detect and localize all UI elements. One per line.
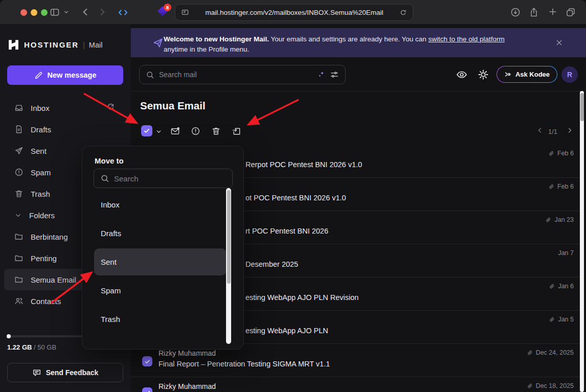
- forward-button[interactable]: [97, 7, 107, 17]
- browser-toolbar: 8 mail.hostinger.com/v2/mailboxes/INBOX.…: [0, 0, 586, 25]
- new-tab-icon[interactable]: [548, 7, 557, 16]
- window-close-button[interactable]: [20, 9, 27, 16]
- search-mail-input[interactable]: [159, 71, 312, 79]
- settings-gear-icon[interactable]: [477, 68, 489, 81]
- sidebar-item-drafts[interactable]: Drafts: [4, 119, 127, 140]
- header-divider: [131, 91, 586, 91]
- list-scrollbar-thumb[interactable]: [580, 93, 584, 121]
- attachment-icon: [527, 350, 533, 356]
- sidebar-item-label: Drafts: [31, 125, 51, 134]
- ask-kodee-button[interactable]: Ask Kodee: [497, 66, 557, 83]
- popup-item-spam[interactable]: Spam: [88, 276, 233, 305]
- email-date: Jan 6: [558, 283, 574, 290]
- email-sender: Rizky Muhammad: [159, 349, 216, 357]
- next-page-icon[interactable]: [566, 127, 573, 134]
- filter-sliders-icon[interactable]: [330, 70, 339, 79]
- folder-icon: [14, 253, 24, 263]
- sync-icon[interactable]: [106, 103, 115, 111]
- sidebar-item-label: Sent: [31, 147, 47, 155]
- list-scrollbar-track[interactable]: [580, 91, 584, 392]
- send-feedback-label: Send Feedback: [46, 368, 99, 377]
- popup-search-input[interactable]: [114, 174, 226, 183]
- sidebar-toggle-icon[interactable]: [50, 7, 60, 17]
- page-title: Semua Email: [140, 100, 206, 112]
- email-checkbox[interactable]: [142, 387, 152, 392]
- storage-total: / 50 GB: [32, 343, 56, 351]
- tab-overview-icon[interactable]: [566, 7, 576, 17]
- popup-item-inbox[interactable]: Inbox: [88, 191, 233, 219]
- sidebar-item-label: Semua Email: [31, 275, 76, 284]
- extension-badge: 8: [164, 4, 171, 11]
- inbox-icon: [14, 103, 24, 112]
- report-spam-icon[interactable]: [191, 126, 200, 136]
- web-inspector-icon[interactable]: [118, 7, 128, 18]
- chat-icon: [32, 368, 41, 377]
- move-to-icon[interactable]: [232, 126, 241, 136]
- mark-read-icon[interactable]: [170, 126, 180, 136]
- attachment-icon: [549, 316, 555, 323]
- email-date: Dec 18, 2025: [536, 382, 574, 389]
- check-icon: [144, 358, 151, 365]
- popup-scrollbar-track[interactable]: [226, 188, 231, 344]
- sidebar-item-label: Folders: [29, 211, 55, 220]
- toolbar-chevron-down-icon[interactable]: [63, 9, 69, 15]
- prev-page-icon[interactable]: [536, 127, 544, 134]
- profile-avatar[interactable]: R: [561, 66, 578, 83]
- move-to-popup: Move to Inbox Drafts Sent Spam Trash: [82, 146, 244, 350]
- send-feedback-button[interactable]: Send Feedback: [7, 363, 123, 382]
- email-checkbox[interactable]: [142, 356, 152, 366]
- banner-text: Welcome to new Hostinger Mail. Your emai…: [164, 34, 542, 55]
- paper-plane-icon: [152, 37, 164, 49]
- sidebar-item-label: Berbintang: [31, 233, 68, 241]
- attachment-icon: [548, 150, 555, 157]
- sidebar-item-label: Penting: [31, 254, 57, 263]
- delete-icon[interactable]: [211, 126, 221, 136]
- sent-icon: [14, 146, 24, 155]
- popup-item-drafts[interactable]: Drafts: [88, 219, 233, 248]
- downloads-icon[interactable]: [510, 7, 521, 17]
- select-dropdown-chevron-icon[interactable]: [155, 128, 162, 135]
- hostinger-logo: HOSTINGER | Mail: [7, 39, 102, 51]
- banner-bold-text: Welcome to new Hostinger Mail.: [164, 35, 269, 43]
- email-row[interactable]: Rizky Muhammad Dec 18, 2025: [131, 377, 580, 392]
- spam-icon: [14, 168, 24, 177]
- welcome-banner: Welcome to new Hostinger Mail. Your emai…: [131, 28, 586, 57]
- storage-progress-knob: [7, 334, 11, 338]
- banner-close-icon[interactable]: [555, 39, 563, 47]
- contacts-icon: [14, 296, 24, 306]
- page-indicator: 1/1: [548, 128, 557, 135]
- search-mail-box[interactable]: [139, 65, 346, 84]
- share-icon[interactable]: [529, 7, 539, 17]
- compose-icon: [34, 71, 43, 80]
- kodee-icon: [504, 71, 512, 78]
- window-zoom-button[interactable]: [41, 9, 48, 16]
- storage-usage: 1.22 GB / 50 GB: [7, 343, 56, 351]
- ai-sparkles-icon[interactable]: [317, 71, 325, 79]
- page-settings-icon[interactable]: [181, 8, 189, 16]
- address-bar[interactable]: mail.hostinger.com/v2/mailboxes/INBOX.Se…: [175, 4, 413, 21]
- sidebar-item-label: Inbox: [31, 104, 50, 112]
- popup-title: Move to: [95, 156, 124, 165]
- window-minimize-button[interactable]: [31, 9, 37, 16]
- check-icon: [144, 389, 151, 392]
- popup-scrollbar-thumb[interactable]: [227, 190, 231, 284]
- drafts-icon: [14, 125, 24, 134]
- ask-kodee-label: Ask Kodee: [515, 71, 550, 78]
- chevron-down-icon: [14, 212, 22, 219]
- new-message-button[interactable]: New message: [7, 65, 123, 85]
- brand-divider: |: [83, 41, 85, 49]
- eye-icon[interactable]: [456, 68, 468, 81]
- back-button[interactable]: [81, 7, 91, 17]
- sidebar-item-label: Spam: [31, 168, 51, 177]
- select-all-checkbox[interactable]: [141, 125, 152, 136]
- extension-icon[interactable]: 8: [157, 6, 169, 17]
- email-subject: Final Report – Penetration Testing SIGMA…: [159, 360, 330, 368]
- email-date: Feb 6: [557, 150, 574, 157]
- switch-old-platform-link[interactable]: switch to the old platform: [429, 35, 505, 43]
- reload-icon[interactable]: [399, 9, 407, 16]
- sidebar-item-label: Contacts: [31, 297, 61, 306]
- popup-item-trash[interactable]: Trash: [88, 305, 233, 334]
- search-icon: [100, 174, 109, 183]
- popup-item-sent[interactable]: Sent: [94, 248, 227, 275]
- popup-search-box[interactable]: [94, 169, 233, 188]
